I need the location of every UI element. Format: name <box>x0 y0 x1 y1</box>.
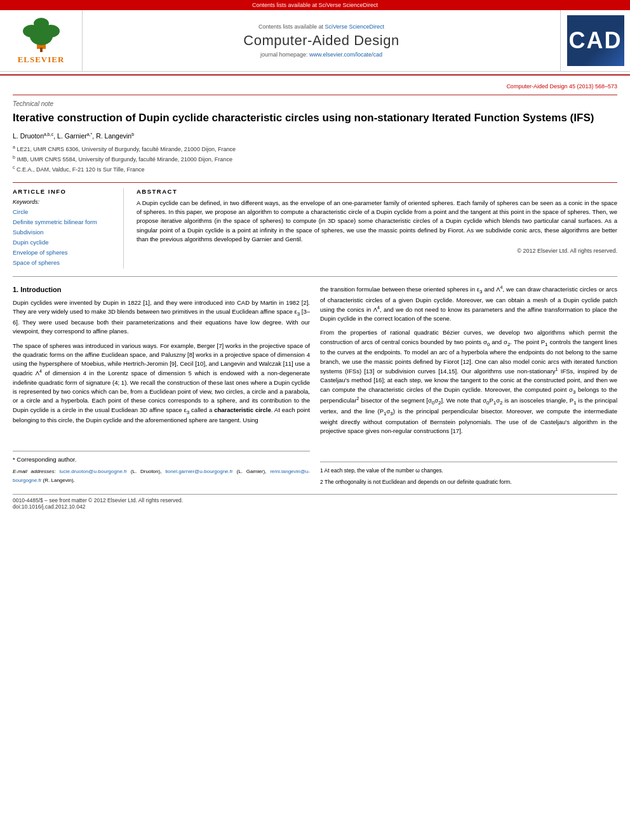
affiliation-a: a LE21, UMR CNRS 6306, University of Bur… <box>13 143 617 154</box>
article-info: ARTICLE INFO Keywords: Circle Definite s… <box>13 188 124 269</box>
affiliation-c: c C.E.A., DAM, Valduc, F-21 120 Is Sur T… <box>13 164 617 174</box>
keywords-label: Keywords: <box>13 199 116 205</box>
svg-rect-5 <box>40 48 43 52</box>
top-bar: Contents lists available at SciVerse Sci… <box>0 0 630 10</box>
abstract-section: ABSTRACT A Dupin cyclide can be defined,… <box>137 188 617 269</box>
section1-number: 1. <box>13 286 18 293</box>
keyword-subdivision[interactable]: Subdivision <box>13 227 116 237</box>
email-text: E-mail addresses: lucie.druoton@u-bourgo… <box>13 469 310 483</box>
keyword-bilinear[interactable]: Definite symmetric bilinear form <box>13 217 116 227</box>
journal-ref: Computer-Aided Design 45 (2013) 568–573 <box>13 83 617 90</box>
top-divider <box>13 95 617 95</box>
header-center: Contents lists available at SciVerse Sci… <box>83 10 560 71</box>
author-list: L. Druotona,b,c, L. Garniera,*, R. Lange… <box>13 132 134 140</box>
email-note: E-mail addresses: lucie.druoton@u-bourgo… <box>13 467 310 485</box>
keyword-envelope[interactable]: Envelope of spheres <box>13 248 116 258</box>
intro-para-2: The space of spheres was introduced in v… <box>13 342 310 425</box>
left-column: 1. Introduction Dupin cyclides were inve… <box>13 284 310 489</box>
keyword-dupin[interactable]: Dupin cyclide <box>13 237 116 248</box>
elsevier-label: ELSEVIER <box>18 55 65 65</box>
footnote-2: 2 The orthogonality is not Euclidean and… <box>320 477 617 486</box>
affiliations: a LE21, UMR CNRS 6306, University of Bur… <box>13 143 617 175</box>
svg-point-4 <box>34 18 49 29</box>
article-body: Computer-Aided Design 45 (2013) 568–573 … <box>0 76 630 517</box>
cad-logo-text: CAD <box>569 27 622 54</box>
authors: L. Druotona,b,c, L. Garniera,*, R. Lange… <box>13 131 617 140</box>
corresponding-author-note: * Corresponding author. <box>13 455 310 464</box>
sciverse-text: Contents lists available at SciVerse Sci… <box>252 2 378 8</box>
cad-logo-box: CAD <box>560 10 630 71</box>
intro-para-1: Dupin cyclides were invented by Dupin in… <box>13 298 310 337</box>
right-footnotes: 1 At each step, the value of the number … <box>320 462 617 487</box>
corresponding-author-text: * Corresponding author. <box>13 456 76 463</box>
copyright: © 2012 Elsevier Ltd. All rights reserved… <box>137 248 617 254</box>
homepage-url[interactable]: www.elsevier.com/locate/cad <box>309 51 382 58</box>
doi-line: doi:10.1016/j.cad.2012.10.042 <box>13 503 617 510</box>
homepage-label: journal homepage: <box>260 51 308 58</box>
homepage-line: journal homepage: www.elsevier.com/locat… <box>260 51 382 58</box>
right-para-1: the transition formulae between these or… <box>320 284 617 324</box>
cad-logo: CAD <box>567 15 624 66</box>
keyword-circle[interactable]: Circle <box>13 207 116 217</box>
footnote-1: 1 At each step, the value of the number … <box>320 466 617 475</box>
right-para-2: From the properties of rational quadrati… <box>320 328 617 436</box>
corresponding-author-section: * Corresponding author. E-mail addresses… <box>13 451 310 485</box>
elsevier-tree-icon <box>13 17 70 52</box>
contents-line: Contents lists available at SciVerse Sci… <box>258 23 384 30</box>
journal-header: Contents lists available at SciVerse Sci… <box>0 0 630 76</box>
footnote-2-text: 2 The orthogonality is not Euclidean and… <box>320 479 512 485</box>
affiliation-b: b IMB, UMR CNRS 5584, University of Burg… <box>13 154 617 164</box>
elsevier-logo: ELSEVIER <box>0 10 83 71</box>
article-title: Iterative construction of Dupin cyclide … <box>13 111 617 125</box>
footnote-1-text: 1 At each step, the value of the number … <box>320 467 443 474</box>
article-info-title: ARTICLE INFO <box>13 188 116 195</box>
section1-title: Introduction <box>20 286 61 293</box>
abstract-title: ABSTRACT <box>137 188 617 195</box>
abstract-text: A Dupin cyclide can be defined, in two d… <box>137 199 617 244</box>
journal-title: Computer-Aided Design <box>243 32 399 49</box>
info-abstract-row: ARTICLE INFO Keywords: Circle Definite s… <box>13 182 617 269</box>
section1-heading: 1. Introduction <box>13 284 310 295</box>
bottom-info: 0010-4485/$ – see front matter © 2012 El… <box>13 494 617 510</box>
right-column: the transition formulae between these or… <box>320 284 617 489</box>
keyword-space[interactable]: Space of spheres <box>13 258 116 268</box>
main-columns: 1. Introduction Dupin cyclides were inve… <box>13 276 617 489</box>
header-middle: ELSEVIER Contents lists available at Sci… <box>0 10 630 72</box>
sciverse-link[interactable]: SciVerse ScienceDirect <box>325 23 385 30</box>
article-type: Technical note <box>13 100 617 107</box>
issn-line: 0010-4485/$ – see front matter © 2012 El… <box>13 497 617 503</box>
